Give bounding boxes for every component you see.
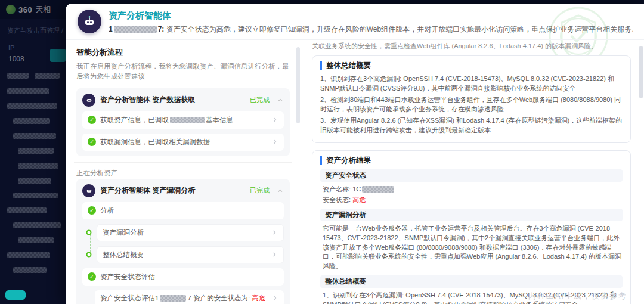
row-text: 获取漏洞信息，已调取相关漏洞数据 [100,138,210,147]
security-status-row: 安全状态: 高危 [323,196,623,204]
done-badge: 已完成 [250,186,270,195]
redacted-inline [160,295,186,302]
summary-item: 2、检测到80端口和443端口承载业务运营平台业务组件，且存在多个Web服务端口… [320,95,623,114]
result-box-title: 资产分析结果 [320,156,623,165]
summary-item: 1、识别到存在3个高危漏洞: OpenSSH 7.4 (CVE-2018-154… [320,75,623,94]
vuln-analysis-text: 它可能是一台Web业务服务器，托管了业务运营平台及相关管理后台。存在3个高危漏洞… [323,224,623,272]
done-badge: 已完成 [250,95,270,104]
check-icon: ✓ [88,272,96,281]
overall-summary-band: 整体总结概要 [320,275,623,288]
redacted-asset-name [114,26,157,33]
stage2-header[interactable]: 资产分析智能体 资产漏洞分析 已完成 [82,184,284,197]
chevron-up-icon[interactable] [277,97,284,104]
asset-name-row: 资产名称: 1C [323,185,623,194]
chevron-right-icon [271,116,278,123]
analyzing-label: 正在分析资产 [76,169,290,178]
chevron-right-icon [271,229,278,236]
stage-card-vuln-analysis: 资产分析智能体 资产漏洞分析 已完成 ✓ 分析 资产漏洞分析 整体总结概要 [76,179,290,304]
overall-summary-title: 整体总结概要 [320,61,623,70]
chevron-right-icon [271,294,278,302]
flow-row-eval-detail[interactable]: 资产安全状态评估17 资产的安全状态为: 高危 [95,290,284,304]
modal-body: 智能分析流程 我正在启用资产分析流程，我将为您调取资产、漏洞信息进行分析，最后将… [66,40,644,304]
summary-item: 3、发现使用Angular 8.2.6 (已知存在XSS漏洞) 和Lodash … [320,116,623,135]
robot-avatar-icon [78,10,101,33]
check-icon: ✓ [88,116,96,124]
risk-level-high: 高危 [352,196,366,203]
flow-row-asset-info[interactable]: ✓ 获取资产信息，已调取基本信息 [82,111,284,129]
security-status-band: 资产安全状态 [320,169,623,182]
analysis-flow-pane: 智能分析流程 我正在启用资产分析流程，我将为您调取资产、漏洞信息进行分析，最后将… [66,40,301,304]
modal-header: 资产分析智能体 17: 资产安全状态为高危，建议立即修复已知漏洞，升级存在风险的… [66,4,644,40]
row-text: 资产安全状态评估17 资产的安全状态为: 高危 [100,294,265,303]
row-text: 获取资产信息，已调取基本信息 [100,116,233,125]
modal-summary-text: 资产安全状态为高危，建议立即修复已知漏洞，升级存在风险的Web组件版本，并对开放… [166,25,633,33]
modal-subtitle: 17: 资产安全状态为高危，建议立即修复已知漏洞，升级存在风险的Web组件版本，… [109,24,633,35]
chevron-right-icon [271,251,278,258]
risk-level-high: 高危 [252,294,265,302]
analysis-results-pane: 关联业务系统的安全性，需重点检查Web组件库 (Angular 8.2.6、Lo… [301,40,644,304]
chevron-right-icon [271,138,278,145]
flow-row-vuln-info[interactable]: ✓ 获取漏洞信息，已调取相关漏洞数据 [82,134,284,151]
vuln-analysis-band: 资产漏洞分析 [320,209,623,221]
overall-summary-box: 整体总结概要 1、识别到存在3个高危漏洞: OpenSSH 7.4 (CVE-2… [312,55,631,143]
stage2-title: 资产分析智能体 资产漏洞分析 [100,185,245,196]
check-icon: ✓ [88,206,96,215]
background-action-button[interactable] [5,290,26,300]
clipped-previous-text: 关联业务系统的安全性，需重点检查Web组件库 (Angular 8.2.6、Lo… [312,42,631,51]
asset-name-prefix: 1 [109,25,113,33]
analysis-timeline: 资产漏洞分析 整体总结概要 [88,224,284,263]
asset-analysis-result-box: 资产分析结果 资产安全状态 资产名称: 1C 安全状态: 高危 资产漏洞分析 它… [312,150,631,304]
timeline-label: 资产漏洞分析 [103,228,144,237]
modal-header-texts: 资产分析智能体 17: 资产安全状态为高危，建议立即修复已知漏洞，升级存在风险的… [109,10,633,35]
flow-row-analysis[interactable]: ✓ 分析 [82,202,284,219]
redacted-inline [170,117,205,123]
redacted-inline [362,186,394,193]
row-text: 分析 [100,206,114,215]
stage1-title: 资产分析智能体 资产数据获取 [100,95,245,105]
asset-analysis-modal: 资产分析智能体 17: 资产安全状态为高危，建议立即修复已知漏洞，升级存在风险的… [66,4,644,304]
flow-title: 智能分析流程 [76,47,290,58]
robot-avatar-icon [82,94,95,107]
flow-row-status-eval[interactable]: ✓ 资产安全状态评估 [82,268,284,286]
left-pane-scrollbar[interactable] [296,47,300,123]
timeline-label: 整体总结概要 [103,250,144,259]
timeline-item-vuln-analysis[interactable]: 资产漏洞分析 [97,224,284,241]
chevron-up-icon[interactable] [277,187,284,194]
check-icon: ✓ [88,138,96,146]
stage-card-data-fetch: 资产分析智能体 资产数据获取 已完成 ✓ 获取资产信息，已调取基本信息 ✓ 获取… [76,88,290,156]
stage1-header[interactable]: 资产分析智能体 资产数据获取 已完成 [82,94,284,107]
ai-watermark: 内容由AI生成，仅供参考 [528,291,627,302]
modal-title: 资产分析智能体 [109,10,633,21]
robot-avatar-icon [82,184,95,197]
row-text: 资产安全状态评估 [100,272,155,281]
flow-intro: 我正在启用资产分析流程，我将为您调取资产、漏洞信息进行分析，最后将为您生成处置建… [76,61,290,82]
right-pane-scrollbar[interactable] [639,46,643,98]
divider [74,162,292,163]
asset-name-suffix: 7: [158,25,165,33]
timeline-item-overall-summary[interactable]: 整体总结概要 [97,246,284,263]
